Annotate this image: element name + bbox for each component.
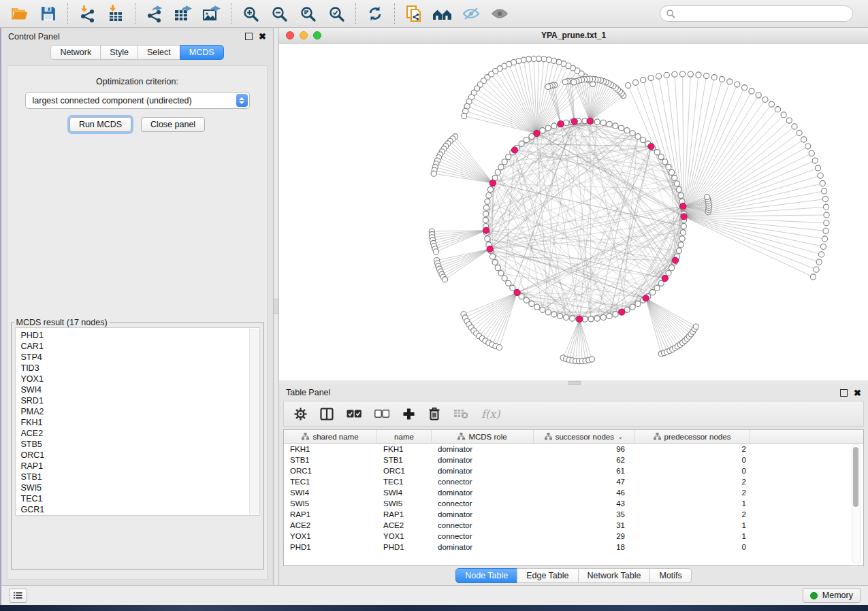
column-header-shared-name[interactable]: shared name xyxy=(284,430,377,443)
control-panel-tabs: Network Style Select MCDS xyxy=(1,45,273,65)
table-row[interactable]: RAP1RAP1dominator352 xyxy=(284,509,863,520)
tab-network[interactable]: Network xyxy=(50,45,101,60)
import-table-icon[interactable] xyxy=(101,2,130,25)
export-network-icon[interactable] xyxy=(140,2,169,25)
column-header-mcds-role[interactable]: MCDS role xyxy=(432,430,534,443)
splitter-grip[interactable] xyxy=(274,299,278,314)
list-item[interactable]: PMA2 xyxy=(21,406,259,417)
close-panel-icon[interactable]: ✖ xyxy=(854,389,861,397)
table-row[interactable]: YOX1YOX1connector291 xyxy=(284,531,863,542)
table-panel-header: Table Panel ✖ xyxy=(279,384,868,401)
first-neighbors-icon[interactable] xyxy=(428,2,457,25)
table-row[interactable]: SWI4SWI4dominator462 xyxy=(284,487,863,498)
hide-selected-icon[interactable] xyxy=(457,2,485,25)
criterion-select[interactable]: largest connected component (undirected) xyxy=(25,92,250,109)
minimize-window-icon[interactable] xyxy=(300,31,308,39)
list-item[interactable]: TID3 xyxy=(21,363,259,374)
close-panel-button[interactable]: Close panel xyxy=(141,117,205,132)
duplicate-network-icon[interactable] xyxy=(400,2,428,25)
delete-table-icon[interactable] xyxy=(453,408,468,419)
column-header-predecessor-nodes[interactable]: predecessor nodes xyxy=(634,430,750,443)
split-columns-icon[interactable] xyxy=(320,408,334,420)
zoom-selected-icon[interactable] xyxy=(322,2,351,25)
show-all-icon[interactable] xyxy=(485,2,514,25)
memory-status-icon xyxy=(810,592,818,599)
control-panel-header: Control Panel ✖ xyxy=(1,28,273,45)
memory-button[interactable]: Memory xyxy=(803,588,861,603)
close-window-icon[interactable] xyxy=(286,31,294,39)
list-scrollbar[interactable] xyxy=(249,329,259,514)
network-graph[interactable] xyxy=(279,44,868,380)
list-item[interactable]: CAR1 xyxy=(21,341,259,352)
list-item[interactable]: PHD1 xyxy=(21,330,259,341)
list-item[interactable]: SWI4 xyxy=(21,384,259,395)
delete-column-icon[interactable] xyxy=(428,407,440,420)
import-network-icon[interactable] xyxy=(73,2,101,25)
zoom-out-icon[interactable] xyxy=(265,2,293,25)
run-mcds-button[interactable]: Run MCDS xyxy=(69,117,131,132)
control-panel-title: Control Panel xyxy=(8,32,60,42)
splitter-grip[interactable] xyxy=(568,381,581,385)
vertical-splitter[interactable] xyxy=(273,28,279,585)
attribute-icon xyxy=(545,433,552,440)
zoom-in-icon[interactable] xyxy=(236,2,265,25)
search-input[interactable] xyxy=(679,8,846,19)
list-item[interactable]: SWI5 xyxy=(21,482,259,493)
tab-select[interactable]: Select xyxy=(138,45,180,60)
export-table-icon[interactable] xyxy=(169,2,197,25)
select-all-checkboxes-icon[interactable] xyxy=(347,410,361,418)
horizontal-splitter[interactable] xyxy=(279,380,868,384)
table-row[interactable]: STB1STB1dominator620 xyxy=(284,455,863,465)
network-canvas[interactable] xyxy=(279,44,868,380)
list-item[interactable]: ACE2 xyxy=(21,428,259,439)
attribute-icon xyxy=(457,433,465,440)
list-item[interactable]: STP4 xyxy=(21,352,259,363)
tab-edge-table[interactable]: Edge Table xyxy=(517,568,578,583)
table-row[interactable]: PHD1PHD1dominator180 xyxy=(284,542,863,552)
table-scrollbar[interactable] xyxy=(852,444,861,563)
select-stepper-icon xyxy=(236,94,248,107)
gear-icon[interactable] xyxy=(294,408,307,420)
list-item[interactable]: SRD1 xyxy=(21,395,259,406)
export-image-icon[interactable] xyxy=(197,2,226,25)
list-item[interactable]: GCR1 xyxy=(21,504,259,515)
save-session-icon[interactable] xyxy=(34,2,63,25)
column-header-successor-nodes[interactable]: successor nodes⌄ xyxy=(534,430,634,443)
table-row[interactable]: SWI5SWI5connector431 xyxy=(284,498,863,509)
list-item[interactable]: STB5 xyxy=(21,439,259,450)
tab-network-table[interactable]: Network Table xyxy=(578,568,651,583)
function-builder-icon[interactable]: f(x) xyxy=(481,408,500,420)
down-arrow-icon xyxy=(81,5,87,12)
table-header-row: shared name name MCDS role successor nod… xyxy=(284,430,863,444)
float-panel-icon[interactable] xyxy=(245,33,253,40)
table-row[interactable]: FKH1FKH1dominator962 xyxy=(284,444,863,455)
close-panel-icon[interactable]: ✖ xyxy=(259,32,266,41)
float-panel-icon[interactable] xyxy=(840,389,848,397)
tab-motifs[interactable]: Motifs xyxy=(649,568,691,583)
list-item[interactable]: TEC1 xyxy=(21,493,259,504)
table-row[interactable]: TEC1TEC1connector472 xyxy=(284,476,863,487)
open-file-icon[interactable] xyxy=(5,2,34,25)
list-item[interactable]: STB1 xyxy=(21,472,259,482)
column-header-name[interactable]: name xyxy=(377,430,432,443)
refresh-view-icon[interactable] xyxy=(361,2,389,25)
table-row[interactable]: ACE2ACE2connector311 xyxy=(284,520,863,531)
clear-checkboxes-icon[interactable] xyxy=(374,410,389,418)
network-window-titlebar[interactable]: YPA_prune.txt_1 xyxy=(279,28,868,44)
list-item[interactable]: ORC1 xyxy=(21,450,259,461)
toolbar-separator xyxy=(355,3,356,24)
tab-mcds[interactable]: MCDS xyxy=(180,45,224,60)
tab-node-table[interactable]: Node Table xyxy=(455,568,517,583)
list-item[interactable]: YOX1 xyxy=(21,374,259,384)
scrollbar-thumb[interactable] xyxy=(853,447,858,507)
mcds-result-list[interactable]: PHD1 CAR1 STP4 TID3 YOX1 SWI4 SRD1 PMA2 … xyxy=(15,327,260,516)
list-item[interactable]: RAP1 xyxy=(21,461,259,472)
table-row[interactable]: ORC1ORC1dominator610 xyxy=(284,465,863,476)
show-panel-list-icon[interactable] xyxy=(9,589,27,603)
tab-style[interactable]: Style xyxy=(100,45,138,60)
maximize-window-icon[interactable] xyxy=(313,31,321,39)
add-column-icon[interactable] xyxy=(402,408,415,420)
table-panel: Table Panel ✖ f(x) xyxy=(279,384,868,585)
list-item[interactable]: FKH1 xyxy=(21,417,259,428)
zoom-fit-icon[interactable] xyxy=(293,2,322,25)
